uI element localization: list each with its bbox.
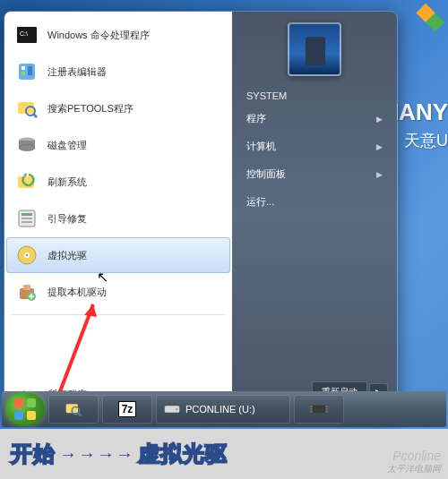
start-button[interactable] [5,393,45,425]
arrow-icon: →→→→ [59,444,134,465]
menu-item-label: 提取本机驱动 [47,286,107,299]
menu-item-label: Windows 命令处理程序 [47,29,150,42]
svg-rect-4 [22,72,25,75]
chevron-right-icon: ▶ [376,170,383,179]
menu-item-search-petools[interactable]: 搜索PETOOLS程序 [6,90,230,126]
taskbar: 7z PCONLINE (U:) [2,391,446,427]
taskbar-item-drive[interactable]: PCONLINE (U:) [156,395,290,423]
annotation-caption: 开始 →→→→ 虚拟光驱 Pconline 太平洋电脑网 [0,429,448,479]
svg-rect-31 [313,405,326,413]
caption-text: 开始 →→→→ 虚拟光驱 [11,440,228,468]
chevron-right-icon: ▶ [376,142,383,151]
7z-icon: 7z [118,401,137,417]
taskbar-item-chip[interactable] [294,395,344,423]
svg-rect-3 [22,66,25,70]
svg-rect-5 [28,66,32,75]
windows-logo-icon [14,398,36,420]
svg-line-8 [33,114,37,117]
menu-item-label: 虚拟光驱 [47,249,87,262]
user-picture[interactable] [288,22,341,76]
svg-text:C:\: C:\ [20,30,28,37]
right-item-programs[interactable]: 程序 ▶ [232,105,397,133]
svg-point-20 [26,254,28,256]
svg-rect-14 [22,213,32,216]
svg-rect-2 [19,64,35,80]
menu-item-label: 注册表编辑器 [47,65,107,79]
right-item-label: 运行... [246,195,274,209]
svg-point-30 [176,408,177,410]
caption-target: 虚拟光驱 [138,440,228,468]
diskmgmt-icon [15,133,39,157]
taskbar-item-label: PCONLINE (U:) [185,404,255,415]
bootrepair-icon [15,207,39,230]
right-item-label: 控制面板 [246,167,286,181]
magnifier-icon [65,400,82,418]
menu-item-label: 引导修复 [47,212,87,226]
start-menu-left-panel: C:\ Windows 命令处理程序 注册表编辑器 搜索PETOOLS程序 磁盘… [4,12,232,417]
menu-item-label: 刷新系统 [47,175,87,189]
separator [12,314,225,315]
svg-rect-16 [22,221,32,223]
menu-item-diskmgmt[interactable]: 磁盘管理 [6,127,230,163]
user-name: SYSTEM [232,87,397,105]
menu-item-label: 搜索PETOOLS程序 [47,102,134,115]
refresh-icon [15,170,39,193]
menu-item-regedit[interactable]: 注册表编辑器 [6,54,230,90]
decorative-shape [407,4,444,41]
right-item-label: 程序 [246,112,266,125]
caption-start: 开始 [11,440,56,468]
menu-item-extractdrv[interactable]: 提取本机驱动 [6,274,230,310]
watermark-bottom: 太平洋电脑网 [387,463,441,475]
chevron-right-icon: ▶ [376,115,383,124]
svg-rect-22 [23,285,30,290]
svg-line-28 [78,413,81,415]
menu-item-virtualcd[interactable]: 虚拟光驱 [6,237,230,273]
right-item-computer[interactable]: 计算机 ▶ [232,133,397,160]
extractdrv-icon [15,280,39,304]
regedit-icon [15,60,39,83]
taskbar-item-search[interactable] [48,395,99,423]
right-item-label: 计算机 [246,140,276,153]
drive-icon [164,403,180,415]
menu-item-bootrepair[interactable]: 引导修复 [6,201,230,236]
svg-rect-15 [22,218,32,219]
taskbar-item-7z[interactable]: 7z [102,395,152,423]
chip-icon [309,401,329,417]
cmd-icon: C:\ [15,23,39,47]
menu-item-cmd[interactable]: C:\ Windows 命令处理程序 [6,17,230,53]
right-item-controlpanel[interactable]: 控制面板 ▶ [232,160,397,188]
start-menu: C:\ Windows 命令处理程序 注册表编辑器 搜索PETOOLS程序 磁盘… [4,11,398,418]
menu-item-refresh[interactable]: 刷新系统 [6,164,230,200]
menu-item-label: 磁盘管理 [47,139,87,152]
svg-rect-11 [18,176,34,188]
search-icon [15,97,39,120]
watermark-top: Pconline [392,449,441,463]
right-item-run[interactable]: 运行... [232,188,397,216]
start-menu-right-panel: SYSTEM 程序 ▶ 计算机 ▶ 控制面板 ▶ 运行... 重新启动 ▶ [232,12,397,417]
virtualcd-icon [15,244,39,267]
